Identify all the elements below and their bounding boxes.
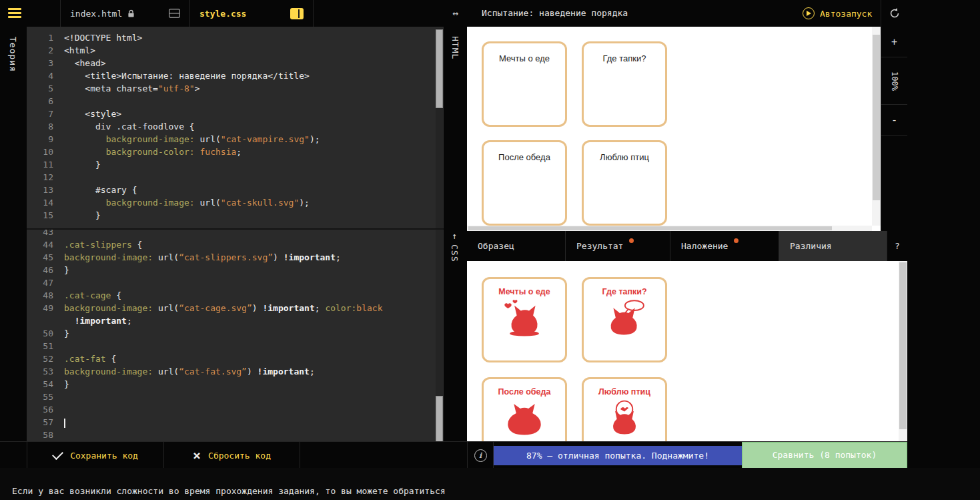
help-label: ? <box>895 241 900 251</box>
code-text: background-color: fuchsia; <box>61 146 241 158</box>
css-editor-pane[interactable]: 4344.cat-slippers {45background-image: u… <box>27 228 444 441</box>
line-number: 48 <box>27 289 61 302</box>
code-text <box>61 171 64 184</box>
diff-card: Где тапки? <box>582 277 667 362</box>
autorun-button[interactable]: Автозапуск <box>803 0 872 27</box>
code-text: } <box>61 264 69 276</box>
preview-card[interactable]: Мечты о еде <box>482 41 567 127</box>
save-code-button[interactable]: Сохранить код <box>27 442 164 469</box>
code-line: 10 background-color: fuchsia; <box>27 146 444 158</box>
line-number: 43 <box>27 228 61 238</box>
tab-diff[interactable]: Различия <box>779 231 887 261</box>
editor-expand-icon[interactable] <box>290 8 304 19</box>
collapse-up-icon[interactable]: ↑ <box>452 231 458 241</box>
code-line: 53background-image: url(“cat-fat.svg”) !… <box>27 365 444 378</box>
preview-vertical-scrollbar[interactable] <box>872 27 881 226</box>
code-line: 54} <box>27 378 444 391</box>
reset-code-button[interactable]: × Сбросить код <box>164 442 300 469</box>
code-text <box>61 403 64 416</box>
line-number: 11 <box>27 158 61 171</box>
editor-scrollbar[interactable] <box>436 28 443 228</box>
pane-resize-handle-icon[interactable]: ↔ <box>444 0 467 27</box>
tab-label: index.html <box>70 9 122 19</box>
preview-horizontal-scrollbar[interactable] <box>467 226 872 231</box>
tab-sample[interactable]: Образец <box>467 231 566 261</box>
code-line: 55 <box>27 391 444 403</box>
diff-card-label: Где тапки? <box>584 287 665 296</box>
code-line: 14 background-image: url("cat-skull.svg"… <box>27 196 444 209</box>
code-text: <title>Испытание: наведение порядка</tit… <box>61 69 310 82</box>
line-number: 46 <box>27 264 61 276</box>
cat-illustration-fat <box>484 399 565 439</box>
code-line: 15 } <box>27 209 444 222</box>
code-text: } <box>61 378 69 391</box>
code-text: !important; <box>61 314 132 327</box>
compare-tab-label: Результат <box>576 241 623 251</box>
footer-help-text: Если у вас возникли сложности во время п… <box>12 486 446 496</box>
editor-scrollbar[interactable] <box>436 230 443 441</box>
page-footer: Если у вас возникли сложности во время п… <box>0 468 980 500</box>
app-root: index.html style.css ↔ Испытание: наведе… <box>0 0 980 500</box>
reload-button[interactable] <box>881 0 908 27</box>
scrollbar-thumb[interactable] <box>873 35 880 200</box>
compare-tab-label: Наложение <box>681 241 728 251</box>
code-text <box>61 276 64 289</box>
code-text <box>61 228 64 238</box>
html-pane-label[interactable]: HTML <box>450 36 460 59</box>
code-line: 51 <box>27 340 444 352</box>
tab-overlay[interactable]: Наложение <box>670 231 779 261</box>
split-view-icon[interactable] <box>169 9 180 18</box>
zoom-out-button[interactable]: - <box>881 105 907 136</box>
info-icon: i <box>474 449 487 462</box>
unsaved-dot <box>734 238 739 243</box>
unsaved-dot <box>629 238 634 243</box>
line-number: 6 <box>27 95 61 107</box>
cat-illustration-slippers <box>584 299 665 338</box>
code-line: !important; <box>27 314 444 327</box>
line-number: 5 <box>27 82 61 95</box>
css-pane-label[interactable]: CSS <box>450 244 460 262</box>
tab-label: style.css <box>199 9 246 19</box>
diff-card-label: После обеда <box>484 387 565 397</box>
compare-button[interactable]: Сравнить (8 попыток) <box>742 442 907 469</box>
preview-card[interactable]: Где тапки? <box>582 41 667 127</box>
bottom-bar: Сохранить код × Сбросить код i 87% — отл… <box>0 441 907 469</box>
editor-preview-divider[interactable]: HTML ↑ CSS <box>444 27 467 441</box>
diff-card: После обеда <box>482 377 567 441</box>
preview-card[interactable]: После обеда <box>482 140 567 226</box>
info-button[interactable]: i <box>467 442 494 469</box>
scrollbar-thumb[interactable] <box>468 226 832 230</box>
line-number: 50 <box>27 327 61 340</box>
line-number: 10 <box>27 146 61 158</box>
reset-label: Сбросить код <box>208 451 271 461</box>
preview-card-label: Люблю птиц <box>584 152 665 162</box>
code-text <box>61 416 65 429</box>
code-text <box>61 391 64 403</box>
diff-card-label: Люблю птиц <box>584 387 665 397</box>
play-icon <box>803 7 815 19</box>
tab-style-css[interactable]: style.css <box>189 0 314 27</box>
hamburger-menu-icon[interactable] <box>8 8 21 19</box>
zoom-in-button[interactable]: + <box>881 27 907 57</box>
tab-result[interactable]: Результат <box>566 231 670 261</box>
code-text: } <box>61 209 101 222</box>
help-tab[interactable]: ? <box>887 231 907 261</box>
autorun-label: Автозапуск <box>820 9 872 19</box>
compare-tabs: ОбразецРезультатНаложениеРазличия? <box>467 231 907 261</box>
theory-toggle[interactable]: Теория <box>8 37 18 72</box>
code-editor: 1<!DOCTYPE html>2<html>3 <head>4 <title>… <box>27 27 444 441</box>
code-line: 3 <head> <box>27 57 444 69</box>
line-number: 9 <box>27 133 61 146</box>
line-number: 45 <box>27 251 61 264</box>
scrollbar-thumb[interactable] <box>436 29 443 108</box>
code-line: 47 <box>27 276 444 289</box>
scrollbar-thumb[interactable] <box>899 262 907 429</box>
preview-card[interactable]: Люблю птиц <box>582 140 667 226</box>
code-line: 43 <box>27 228 444 238</box>
code-text: div .cat-foodlove { <box>61 120 195 133</box>
line-number: 54 <box>27 378 61 391</box>
diff-vertical-scrollbar[interactable] <box>899 261 907 441</box>
tab-index-html[interactable]: index.html <box>60 0 190 27</box>
code-text: .cat-cage { <box>61 289 121 302</box>
html-editor-pane[interactable]: 1<!DOCTYPE html>2<html>3 <head>4 <title>… <box>27 27 444 228</box>
